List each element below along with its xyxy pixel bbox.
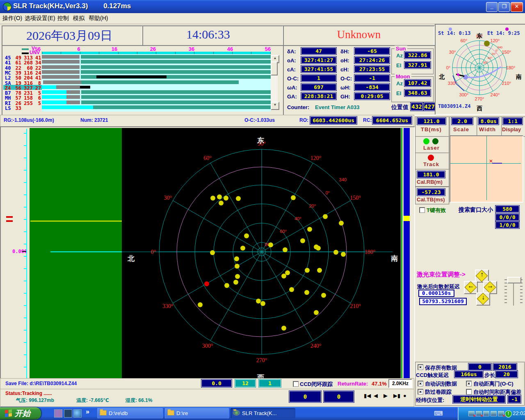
network-tray-icon[interactable] xyxy=(468,411,475,416)
app-task-icon xyxy=(233,410,240,415)
counter-value: Event Timer A033 xyxy=(315,104,359,110)
tracking-display: 0.000 0°30°60°90°120°150°180°210°240°270… xyxy=(0,126,415,380)
search-window-value: 580 xyxy=(495,205,519,212)
beam-down-button[interactable]: ↓ xyxy=(476,292,490,306)
satellite-name[interactable]: LS xyxy=(5,105,11,111)
pass-bar xyxy=(96,75,167,78)
beam-left-button[interactable]: ← xyxy=(464,281,478,294)
auto-gate-checkbox[interactable]: × xyxy=(466,381,472,386)
telemetry-value: 697 xyxy=(301,84,336,91)
telemetry-label: GA: xyxy=(287,94,297,100)
restore-button[interactable]: ❐ xyxy=(498,2,510,12)
auto-offset-checkbox[interactable] xyxy=(466,389,472,395)
save-all-checkbox[interactable]: × xyxy=(418,364,423,370)
slider-track[interactable] xyxy=(513,280,514,306)
network-tray-icon[interactable] xyxy=(483,411,489,416)
counter-big-value: 50793.5291609 xyxy=(419,298,467,305)
network-tray-icon[interactable] xyxy=(491,411,497,416)
playback-button-4[interactable]: ▶▮ xyxy=(393,393,400,399)
quicklaunch-satellite-icon[interactable] xyxy=(54,409,62,418)
slider-tick xyxy=(504,289,507,290)
ccd-object-trace xyxy=(492,163,502,164)
ccd-view: ✕ xyxy=(450,135,523,203)
keyboard-tray-icon[interactable]: ⌨ xyxy=(434,410,443,417)
telemetry-value: -65 xyxy=(354,48,390,55)
security-shield-icon[interactable]: ! xyxy=(505,411,512,418)
time-text: 14:06:33 xyxy=(186,27,230,41)
close-button[interactable]: ✕ xyxy=(511,2,523,12)
theodolite-rotate-button[interactable]: 逆时针转动位置 xyxy=(453,395,505,403)
clock: 22:02 xyxy=(513,410,525,416)
telemetry-label: O-C: xyxy=(287,75,299,82)
telemetry-value: 327:41:27 xyxy=(301,57,336,64)
menu-item-1[interactable]: 操作(O) xyxy=(2,15,22,22)
telemetry-value: 327:41:55 xyxy=(301,66,336,73)
playback-button-5[interactable]: ● xyxy=(403,393,406,399)
menu-item-2[interactable]: 选项设置(E) xyxy=(25,15,55,22)
pass-file-name: TB030914.Z4 xyxy=(438,103,470,109)
network-tray-icon[interactable] xyxy=(498,411,504,416)
anti-overwind-label: 防过卷跟踪 xyxy=(425,388,452,396)
menu-item-4[interactable]: 模拟 xyxy=(73,15,84,22)
ccd-crosshair-v xyxy=(486,136,487,200)
network-tray-icon[interactable] xyxy=(476,411,482,416)
quicklaunch-globe-icon[interactable] xyxy=(73,409,82,418)
axis-tick xyxy=(24,133,26,134)
sun-el-label: El xyxy=(396,62,401,68)
residual-trace-line xyxy=(30,221,122,221)
minimize-button[interactable]: _ xyxy=(486,2,498,12)
quicklaunch-app-icon[interactable] xyxy=(64,409,72,418)
quicklaunch-chevron[interactable]: » xyxy=(86,408,89,415)
menu-item-5[interactable]: 帮助(H) xyxy=(89,15,108,22)
search-window-label: 搜索窗口大小 xyxy=(459,206,493,214)
svg-text:北: 北 xyxy=(127,255,135,262)
ccd-loop-checkbox[interactable] xyxy=(293,381,299,387)
playback-button-1[interactable]: ▮◀ xyxy=(364,393,371,399)
pass-bar xyxy=(81,70,271,74)
target-box: Unknown xyxy=(283,25,435,46)
telemetry-label: δA: xyxy=(287,48,296,55)
slider-tick xyxy=(504,302,507,303)
telemetry-label: oA: xyxy=(287,57,296,64)
anti-overwind-checkbox[interactable]: × xyxy=(418,389,423,395)
slider-tick xyxy=(520,286,523,287)
range-indicator-bar[interactable] xyxy=(404,128,410,379)
t-key-label: T键有效 xyxy=(427,207,446,214)
playback-button-3[interactable]: ▶ xyxy=(383,393,388,399)
slider-thumb[interactable] xyxy=(507,277,521,283)
telemetry-label: cH: xyxy=(340,66,349,73)
beam-slider[interactable] xyxy=(504,269,523,310)
ro-label: RO: xyxy=(299,117,308,123)
legend-visible-swatch xyxy=(22,48,29,50)
slider-tick xyxy=(504,279,507,280)
scroll-down-button[interactable]: ▼ xyxy=(271,102,279,110)
playback-button-2[interactable]: ◀ xyxy=(374,393,378,399)
date-box: 2026年03月09日 xyxy=(2,25,143,46)
telemetry-value: -1 xyxy=(354,75,390,82)
auto-identify-checkbox[interactable]: × xyxy=(418,381,423,386)
menu-item-3[interactable]: 控制 xyxy=(57,15,69,22)
task-button-1[interactable]: D:\re\db xyxy=(97,408,163,418)
window-title: SLR Track(KHz,Ver3.3) 0.127ms xyxy=(13,2,131,10)
t-key-checkbox[interactable] xyxy=(419,207,425,213)
target-name: Unknown xyxy=(284,28,434,41)
start-button[interactable]: 开始 xyxy=(0,407,41,420)
axis-tick xyxy=(24,145,26,146)
pass-bar xyxy=(42,90,66,94)
task-button-3[interactable]: SLR Track(K... xyxy=(231,408,295,418)
sun-az-label: Az xyxy=(396,52,403,59)
scrollbar-thumb[interactable] xyxy=(271,62,278,75)
svg-text:60°: 60° xyxy=(203,155,212,161)
axis-tick xyxy=(24,342,26,343)
backscatter-delay-value: 0.000150s xyxy=(418,290,454,297)
ccd-crosshair-h xyxy=(450,163,521,164)
telemetry-panel: δA:47oA:327:41:27cA:327:41:55O-C:1ωA:697… xyxy=(283,45,436,116)
axis-tick xyxy=(24,231,26,232)
cal-rb-label: Cal.RB(m) xyxy=(417,179,443,185)
task-button-2[interactable]: D:\re xyxy=(165,408,229,418)
svg-text:60°: 60° xyxy=(483,61,488,64)
display-value: 1:1 xyxy=(503,118,523,125)
sun-title: Sun xyxy=(395,46,407,52)
svg-text:0°: 0° xyxy=(446,65,451,70)
auto-identify-label: 自动识别数据 xyxy=(425,380,457,388)
